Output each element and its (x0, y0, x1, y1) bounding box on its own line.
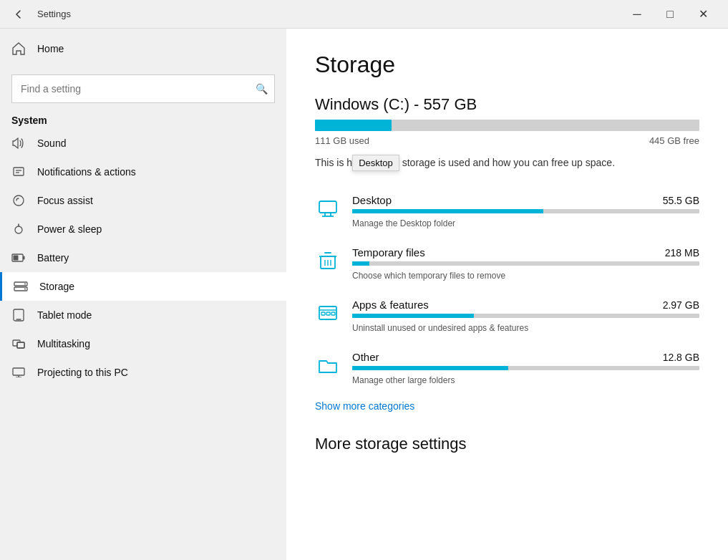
storage-bar-fill (315, 120, 392, 131)
desc-suffix: storage is used and how you can free up … (402, 157, 615, 168)
storage-item-apps-details: Apps & features 2.97 GB Uninstall unused… (352, 299, 699, 334)
sidebar-item-home-label: Home (37, 43, 64, 54)
sidebar-item-storage[interactable]: Storage (0, 272, 286, 301)
multitasking-icon (11, 337, 26, 351)
storage-item-desktop-bar-fill (352, 209, 543, 213)
sidebar-item-notifications[interactable]: Notifications & actions (0, 158, 286, 186)
search-icon: 🔍 (256, 83, 268, 95)
storage-item-temp[interactable]: Temporary files 218 MB Choose which temp… (315, 238, 699, 290)
svg-point-12 (24, 289, 26, 290)
free-label: 445 GB free (649, 135, 699, 146)
storage-item-desktop-details: Desktop 55.5 GB Manage the Desktop folde… (352, 194, 699, 229)
svg-rect-34 (331, 312, 335, 315)
svg-rect-33 (326, 312, 330, 315)
maximize-button[interactable]: □ (654, 0, 686, 29)
svg-rect-18 (13, 368, 24, 375)
sidebar-item-projecting[interactable]: Projecting to this PC (0, 358, 286, 387)
sidebar-item-power[interactable]: Power & sleep (0, 215, 286, 243)
content-area: Storage Windows (C:) - 557 GB 111 GB use… (286, 29, 728, 560)
svg-rect-7 (23, 256, 25, 260)
desc-prefix: This is h (315, 157, 352, 168)
trash-icon (315, 248, 341, 274)
storage-item-apps-size: 2.97 GB (663, 299, 699, 311)
sidebar-item-focus-label: Focus assist (37, 195, 93, 206)
sidebar-item-sound-label: Sound (37, 137, 66, 149)
apps-icon (315, 300, 341, 326)
storage-item-temp-name: Temporary files (352, 246, 425, 259)
storage-item-apps[interactable]: Apps & features 2.97 GB Uninstall unused… (315, 290, 699, 342)
show-more-link[interactable]: Show more categories (315, 400, 414, 412)
storage-item-desktop[interactable]: Desktop 55.5 GB Manage the Desktop folde… (315, 185, 699, 238)
svg-rect-0 (14, 168, 24, 175)
drive-title: Windows (C:) - 557 GB (315, 95, 699, 114)
sidebar-search-area: 🔍 (11, 74, 275, 103)
storage-item-desktop-name: Desktop (352, 194, 392, 206)
sidebar-item-focus[interactable]: Focus assist (0, 186, 286, 215)
sidebar-section-title: System (0, 109, 286, 129)
storage-item-apps-desc: Uninstall unused or undesired apps & fea… (352, 323, 528, 333)
battery-icon (11, 251, 26, 265)
sidebar: Home 🔍 System Sound (0, 29, 286, 560)
app-body: Home 🔍 System Sound (0, 29, 728, 560)
search-input[interactable] (11, 74, 275, 103)
storage-item-other-bar (352, 366, 699, 370)
sidebar-item-home[interactable]: Home (0, 34, 286, 63)
storage-bar (315, 120, 699, 131)
storage-item-desktop-size: 55.5 GB (663, 195, 699, 206)
close-button[interactable]: ✕ (686, 0, 719, 29)
sidebar-item-projecting-label: Projecting to this PC (37, 367, 128, 378)
title-bar: Settings ─ □ ✕ (0, 0, 728, 29)
storage-item-apps-bar-fill (352, 314, 474, 318)
more-settings-title: More storage settings (315, 435, 699, 453)
storage-item-other[interactable]: Other 12.8 GB Manage other large folders (315, 342, 699, 395)
storage-item-apps-header: Apps & features 2.97 GB (352, 299, 699, 311)
sidebar-item-sound[interactable]: Sound (0, 129, 286, 158)
sidebar-item-battery-label: Battery (37, 252, 69, 264)
svg-rect-16 (17, 342, 24, 348)
storage-item-temp-desc: Choose which temporary files to remove (352, 271, 505, 281)
storage-item-temp-details: Temporary files 218 MB Choose which temp… (352, 246, 699, 281)
storage-item-desktop-bar (352, 209, 699, 213)
storage-item-other-bar-fill (352, 366, 508, 370)
storage-item-temp-bar (352, 261, 699, 266)
storage-item-other-header: Other 12.8 GB (352, 351, 699, 363)
sidebar-item-tablet-label: Tablet mode (37, 309, 92, 321)
sidebar-item-tablet[interactable]: Tablet mode (0, 301, 286, 329)
sidebar-item-storage-label: Storage (39, 281, 74, 292)
focus-icon (11, 193, 26, 208)
projecting-icon (11, 365, 26, 380)
svg-rect-32 (321, 312, 325, 315)
storage-items-list: Desktop 55.5 GB Manage the Desktop folde… (315, 185, 699, 395)
storage-item-other-details: Other 12.8 GB Manage other large folders (352, 351, 699, 386)
storage-item-other-size: 12.8 GB (663, 352, 699, 363)
sidebar-item-battery[interactable]: Battery (0, 243, 286, 272)
sidebar-item-multitasking[interactable]: Multitasking (0, 329, 286, 358)
search-wrapper: 🔍 (11, 74, 275, 103)
storage-icon (14, 279, 28, 294)
desktop-tooltip: Desktop (352, 155, 399, 171)
storage-item-desktop-header: Desktop 55.5 GB (352, 194, 699, 206)
folder-icon (315, 352, 341, 378)
svg-point-4 (15, 226, 22, 233)
storage-item-temp-size: 218 MB (665, 247, 699, 259)
power-icon (11, 222, 26, 236)
storage-item-apps-bar (352, 314, 699, 318)
minimize-button[interactable]: ─ (621, 0, 654, 29)
storage-item-desktop-desc: Manage the Desktop folder (352, 218, 455, 228)
back-button[interactable] (9, 4, 29, 24)
svg-rect-8 (14, 256, 19, 261)
storage-item-temp-bar-fill (352, 261, 369, 266)
storage-item-other-desc: Manage other large folders (352, 375, 455, 385)
svg-point-3 (14, 195, 24, 206)
storage-item-temp-header: Temporary files 218 MB (352, 246, 699, 259)
svg-rect-21 (319, 201, 336, 213)
svg-point-11 (24, 284, 26, 285)
storage-labels: 111 GB used 445 GB free (315, 135, 699, 146)
window-controls: ─ □ ✕ (621, 0, 719, 29)
storage-item-apps-name: Apps & features (352, 299, 429, 311)
sidebar-item-multitasking-label: Multitasking (37, 338, 90, 349)
tablet-icon (11, 308, 26, 322)
storage-description: This is hDesktop storage is used and how… (315, 155, 699, 171)
used-label: 111 GB used (315, 135, 369, 146)
notifications-icon (11, 165, 26, 179)
